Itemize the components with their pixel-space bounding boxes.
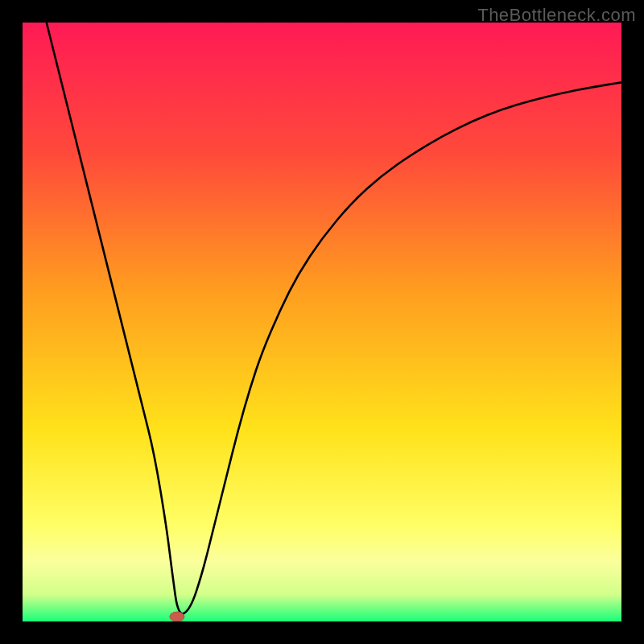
gradient-background	[23, 23, 621, 621]
watermark-text: TheBottleneck.com	[477, 5, 636, 26]
plot-area	[23, 23, 621, 621]
optimal-point-marker	[170, 612, 184, 621]
chart-svg	[23, 23, 621, 621]
chart-frame: TheBottleneck.com	[0, 0, 644, 644]
